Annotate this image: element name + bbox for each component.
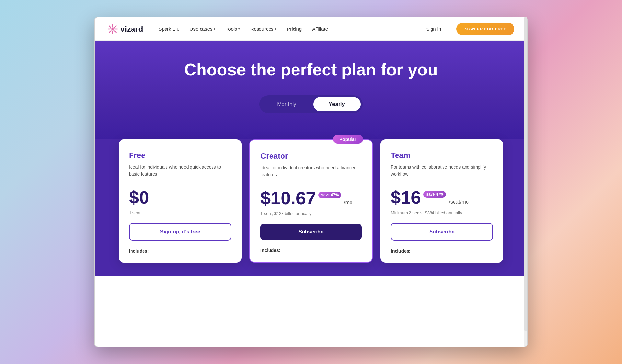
nav-resources[interactable]: Resources ▾: [250, 26, 277, 32]
team-includes-label: Includes:: [391, 248, 493, 254]
scrollbar-track[interactable]: [524, 41, 527, 347]
free-billing-note: 1 seat: [129, 210, 231, 215]
team-price-row: $16 save 47% /seat/mo: [391, 188, 493, 207]
use-cases-chevron-icon: ▾: [214, 27, 215, 31]
free-includes-label: Includes:: [129, 248, 231, 254]
nav-spark[interactable]: Spark 1.0: [158, 26, 179, 32]
main-content: Choose the perfect plan for you Monthly …: [95, 41, 527, 347]
signup-button[interactable]: SIGN UP FOR FREE: [456, 23, 514, 35]
svg-line-5: [109, 26, 111, 27]
pricing-cards-container: Free Ideal for individuals who need quic…: [114, 139, 508, 263]
billing-toggle: Monthly Yearly: [259, 95, 363, 113]
creator-plan-name: Creator: [260, 152, 362, 161]
team-save-badge: save 47%: [423, 191, 446, 198]
team-price-unit: /seat/mo: [449, 199, 468, 205]
nav-use-cases[interactable]: Use cases ▾: [190, 26, 215, 32]
svg-line-6: [115, 31, 116, 33]
team-plan-card: Team For teams with collaborative needs …: [380, 139, 503, 263]
team-price-amount: $16: [391, 188, 421, 207]
creator-plan-desc: Ideal for individual creators who need a…: [260, 165, 362, 180]
resources-chevron-icon: ▾: [275, 27, 276, 31]
nav-pricing[interactable]: Pricing: [287, 26, 302, 32]
creator-price-row: $10.67 save 47% /mo: [260, 189, 362, 207]
creator-save-badge: save 47%: [318, 192, 341, 198]
free-price-row: $0: [129, 188, 231, 207]
team-plan-desc: For teams with collaborative needs and s…: [391, 164, 493, 179]
creator-price-amount: $10.67: [260, 189, 316, 207]
creator-includes-label: Includes:: [260, 248, 362, 253]
hero-title: Choose the perfect plan for you: [108, 60, 514, 80]
svg-point-0: [112, 28, 114, 30]
nav-tools[interactable]: Tools ▾: [226, 26, 240, 32]
svg-line-7: [115, 26, 116, 27]
free-plan-name: Free: [129, 151, 231, 160]
pricing-section: Free Ideal for individuals who need quic…: [95, 139, 527, 276]
creator-billing-note: 1 seat, $128 billed annually: [260, 211, 362, 216]
creator-cta-button[interactable]: Subscribe: [260, 224, 362, 240]
logo-text: vizard: [121, 25, 143, 34]
hero-section: Choose the perfect plan for you Monthly …: [95, 41, 527, 139]
team-billing-note: Minimum 2 seats, $384 billed annually: [391, 210, 493, 215]
popular-badge: Popular: [333, 135, 363, 144]
free-price-amount: $0: [129, 188, 149, 207]
creator-plan-card: Popular Creator Ideal for individual cre…: [249, 139, 373, 263]
team-cta-button[interactable]: Subscribe: [391, 223, 493, 241]
free-plan-desc: Ideal for individuals who need quick acc…: [129, 164, 231, 179]
tools-chevron-icon: ▾: [238, 27, 240, 31]
navbar: vizard Spark 1.0 Use cases ▾ Tools ▾ Res…: [95, 17, 527, 41]
monthly-toggle-button[interactable]: Monthly: [261, 97, 312, 111]
svg-line-8: [109, 31, 111, 33]
sign-in-button[interactable]: Sign in: [421, 24, 446, 34]
team-plan-name: Team: [391, 151, 493, 160]
yearly-toggle-button[interactable]: Yearly: [313, 97, 361, 111]
free-plan-card: Free Ideal for individuals who need quic…: [119, 139, 242, 263]
logo[interactable]: vizard: [108, 24, 143, 34]
vizard-logo-icon: [108, 24, 118, 34]
scrollbar-thumb[interactable]: [524, 54, 527, 99]
nav-affiliate[interactable]: Affiliate: [312, 26, 328, 32]
free-cta-button[interactable]: Sign up, it's free: [129, 223, 231, 241]
creator-price-unit: /mo: [344, 200, 352, 206]
